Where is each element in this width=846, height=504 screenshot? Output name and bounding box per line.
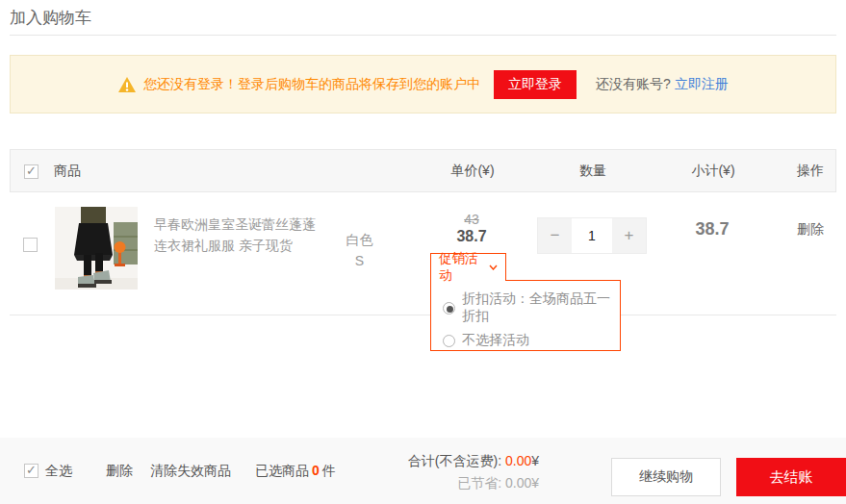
product-variant: 白色 S bbox=[320, 229, 399, 290]
header-quantity: 数量 bbox=[545, 163, 641, 180]
header-checkbox-cell bbox=[11, 163, 54, 179]
unit-price-cell: 43 38.7 bbox=[399, 192, 544, 245]
selected-count: 0 bbox=[309, 463, 322, 478]
delete-item-link[interactable]: 删除 bbox=[797, 221, 824, 239]
cart-table-header: 商品 单价(¥) 数量 小计(¥) 操作 bbox=[10, 149, 836, 192]
radio-selected-icon[interactable] bbox=[443, 302, 455, 315]
promotion-option-discount[interactable]: 折扣活动：全场商品五一折扣 bbox=[443, 290, 620, 325]
warning-triangle-icon bbox=[117, 76, 137, 93]
register-now-link[interactable]: 立即注册 bbox=[675, 76, 729, 93]
clear-invalid-link[interactable]: 清除失效商品 bbox=[150, 463, 231, 480]
promotion-option-label: 折扣活动：全场商品五一折扣 bbox=[462, 290, 620, 325]
item-select-checkbox[interactable] bbox=[23, 238, 38, 252]
radio-unselected-icon[interactable] bbox=[443, 335, 455, 347]
chevron-down-icon bbox=[489, 265, 498, 270]
header-select-checkbox[interactable] bbox=[24, 164, 38, 179]
row-checkbox-cell bbox=[10, 192, 53, 252]
promotion-dropdown-panel: 折扣活动：全场商品五一折扣 不选择活动 bbox=[430, 280, 621, 351]
saved-value: 0.00¥ bbox=[505, 475, 539, 491]
total-currency: ¥ bbox=[531, 453, 539, 468]
no-account-text: 还没有账号? bbox=[596, 76, 671, 93]
total-value: 0.00 bbox=[505, 453, 531, 468]
quantity-decrease-button[interactable]: − bbox=[538, 218, 572, 253]
promotion-option-none[interactable]: 不选择活动 bbox=[443, 332, 620, 349]
subtotal-value: 38.7 bbox=[640, 219, 784, 239]
header-subtotal: 小计(¥) bbox=[641, 163, 785, 180]
product-title[interactable]: 早春欧洲皇室圣诞蕾丝蓬蓬连衣裙礼服服 亲子现货 bbox=[154, 214, 320, 290]
footer-left-group: 全选 删除 清除失效商品 已选商品0件 bbox=[24, 438, 336, 504]
select-all-checkbox[interactable] bbox=[24, 464, 38, 478]
login-warning-message: 您还没有登录！登录后购物车的商品将保存到您的账户中 bbox=[143, 76, 480, 93]
totals-block: 合计(不含运费): 0.00¥ 已节省: 0.00¥ bbox=[366, 453, 539, 492]
header-product: 商品 bbox=[54, 163, 400, 180]
header-action: 操作 bbox=[785, 163, 835, 180]
total-label: 合计(不含运费): bbox=[408, 453, 501, 468]
saved-label: 已节省: bbox=[457, 475, 501, 491]
saved-line: 已节省: 0.00¥ bbox=[366, 475, 539, 492]
cart-footer-bar: 全选 删除 清除失效商品 已选商品0件 合计(不含运费): 0.00¥ 已节省:… bbox=[0, 438, 846, 504]
quantity-input[interactable] bbox=[572, 218, 612, 253]
page-title: 加入购物车 bbox=[10, 7, 91, 29]
checkout-button[interactable]: 去结账 bbox=[736, 458, 846, 496]
selected-count-text: 已选商品0件 bbox=[255, 463, 336, 480]
product-cell: 早春欧洲皇室圣诞蕾丝蓬蓬连衣裙礼服服 亲子现货 白色 S bbox=[53, 192, 399, 290]
cart-page: 加入购物车 您还没有登录！登录后购物车的商品将保存到您的账户中 立即登录 还没有… bbox=[0, 0, 846, 504]
original-price: 43 bbox=[399, 212, 544, 227]
select-all-label[interactable]: 全选 bbox=[45, 463, 72, 480]
product-color: 白色 bbox=[320, 229, 399, 250]
footer-delete-link[interactable]: 删除 bbox=[106, 463, 133, 480]
subtotal-cell: 38.7 bbox=[640, 192, 784, 239]
current-price: 38.7 bbox=[399, 228, 544, 245]
header-unit-price: 单价(¥) bbox=[400, 163, 545, 180]
cart-item-row: 早春欧洲皇室圣诞蕾丝蓬蓬连衣裙礼服服 亲子现货 白色 S 43 38.7 − +… bbox=[10, 192, 836, 315]
divider bbox=[10, 35, 836, 36]
login-warning-banner: 您还没有登录！登录后购物车的商品将保存到您的账户中 立即登录 还没有账号? 立即… bbox=[10, 55, 836, 113]
selected-suffix: 件 bbox=[322, 463, 336, 478]
total-line: 合计(不含运费): 0.00¥ bbox=[366, 453, 539, 470]
continue-shopping-button[interactable]: 继续购物 bbox=[611, 458, 721, 496]
product-image[interactable] bbox=[55, 207, 138, 290]
quantity-cell: − + bbox=[544, 192, 640, 254]
action-cell: 删除 bbox=[784, 192, 836, 239]
promotion-option-label: 不选择活动 bbox=[462, 332, 529, 349]
selected-prefix: 已选商品 bbox=[255, 463, 309, 478]
quantity-stepper: − + bbox=[537, 217, 647, 254]
product-size: S bbox=[320, 250, 399, 271]
login-now-button[interactable]: 立即登录 bbox=[494, 70, 577, 99]
promotion-dropdown-toggle[interactable]: 促销活动 bbox=[430, 253, 506, 281]
promotion-label: 促销活动 bbox=[439, 250, 489, 285]
